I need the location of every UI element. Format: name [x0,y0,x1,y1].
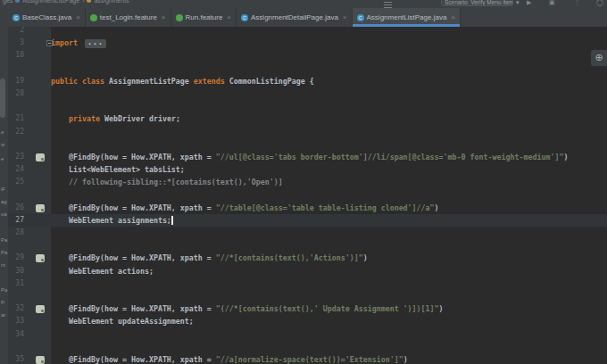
code-text: WebElement assignments; [43,214,607,227]
code-line[interactable] [0,100,607,112]
element-locator-icon[interactable] [36,356,45,364]
clipped-text-fragment: w [1,142,4,147]
gutter-icon-cell [27,277,43,290]
code-line[interactable] [0,62,607,75]
code-line[interactable]: 24 List<WebElement> tabsList; [0,163,607,176]
code-text [43,290,607,302]
scrollbar-thumb[interactable] [0,79,5,118]
code-text: WebElement actions; [43,265,607,277]
inspect-icon[interactable]: ⊕ [591,50,607,66]
code-line[interactable]: 2 [0,27,607,37]
code-text: WebElement updateAssignment; [43,315,607,327]
code-line[interactable]: 28 [0,227,607,239]
code-line[interactable]: 20 [0,87,607,100]
code-line[interactable]: 19public class AssignmentListPage extend… [0,75,607,87]
gutter-icon-cell [27,353,43,364]
code-line[interactable]: 35 @FindBy(how = How.XPATH, xpath = "//a… [0,353,607,364]
code-text [43,239,607,252]
code-line[interactable]: 32 @FindBy(how = How.XPATH, xpath = "(//… [0,302,607,315]
clipped-text-fragment: Pa [1,287,7,293]
project-panel-edge: eweiFagoaPaPantPaP.ar [0,8,8,364]
folded-imports[interactable]: ... [85,39,106,48]
gutter-icon-cell [27,27,43,37]
gutter-icon-cell [27,176,43,188]
ide-window: ges AssignmentListPage › assignments Sce… [0,0,607,364]
code-text [43,126,607,138]
gutter-icon-cell [27,214,43,227]
close-icon[interactable]: × [451,13,455,21]
gutter-icon-cell [27,328,43,341]
element-locator-icon[interactable] [36,254,45,262]
code-line[interactable] [0,138,607,151]
editor-tab[interactable]: Run.feature× [171,8,237,27]
gutter-icon-cell [27,315,43,327]
class-icon [15,0,20,3]
run-configuration-label: Scenario: Verify Menu items for AM [445,0,513,5]
tab-label: AssignmentListPage.java [367,13,447,21]
gutter-icon-cell [27,112,43,125]
code-line[interactable]: 29 @FindBy(how = How.XPATH, xpath = "//*… [0,252,607,264]
gutter-icon-cell [27,75,43,87]
editor-tab[interactable]: AssignmentListPage.java× [353,8,461,27]
element-locator-icon[interactable] [36,305,45,313]
menu-icon[interactable] [384,0,392,7]
java-class-icon [12,14,20,21]
close-icon[interactable]: × [162,13,166,21]
gutter-icon-cell [27,37,43,49]
code-text [43,341,607,353]
code-line[interactable]: 27 WebElement assignments; [0,214,607,227]
code-line[interactable] [0,188,607,201]
clipped-text-fragment: Pa [1,237,7,243]
breadcrumb-separator: › [82,0,84,4]
code-line[interactable]: 34 [0,328,607,341]
element-locator-icon[interactable] [36,153,45,161]
gutter-icon-cell [27,62,43,75]
run-configuration-select[interactable]: Scenario: Verify Menu items for AM [441,0,513,6]
code-line[interactable]: 31 [0,277,607,290]
close-icon[interactable]: × [76,13,80,21]
code-line[interactable]: 25 // following-sibling::*[contains(text… [0,176,607,188]
gutter-icon-cell [27,49,43,62]
clipped-text-fragment: P. [1,300,5,305]
editor-tab[interactable]: BaseClass.java× [8,8,86,27]
close-icon[interactable]: × [227,13,231,21]
editor-tab[interactable]: test_Login.feature× [86,8,171,27]
code-text: public class AssignmentListPage extends … [43,75,607,87]
gutter-icon-cell [27,290,43,302]
code-line[interactable]: 3import ... [0,37,607,49]
code-line[interactable] [0,341,607,353]
feature-icon [176,14,183,21]
element-locator-icon[interactable] [36,204,45,212]
clipped-text-fragment: ar [1,312,5,318]
fold-marker-icon[interactable] [46,40,53,46]
gutter-icon-cell [27,163,43,176]
code-text [43,62,607,75]
gutter-icon-cell [27,265,43,277]
more-icon[interactable]: ⋮ [574,0,580,6]
debug-icon[interactable]: ▣ [549,0,555,6]
code-line[interactable]: 21 private WebDriver driver; [0,112,607,125]
code-text: @FindBy(how = How.XPATH, xpath = "//ul[@… [43,151,607,163]
editor-tab[interactable]: AssignmentDetailPage.java× [237,8,353,27]
code-line[interactable]: 30 WebElement actions; [0,265,607,277]
tab-label: BaseClass.java [22,13,71,21]
code-line[interactable] [0,290,607,302]
code-line[interactable]: 33 WebElement updateAssignment; [0,315,607,327]
code-line[interactable]: 26 @FindBy(how = How.XPATH, xpath = "//t… [0,202,607,214]
chevron-down-icon[interactable]: ▾ [516,0,520,6]
code-line[interactable]: 22 [0,126,607,138]
breadcrumb-item[interactable]: AssignmentListPage [22,0,79,4]
code-line[interactable] [0,239,607,252]
code-line[interactable]: 23 @FindBy(how = How.XPATH, xpath = "//u… [0,151,607,163]
play-icon[interactable]: ▶ [527,0,531,6]
gutter-icon-cell [27,87,43,100]
code-editor[interactable]: 23import ...1819public class AssignmentL… [0,27,607,364]
record-icon[interactable]: ◯ [596,0,603,6]
clipped-text-fragment: oa [1,211,7,217]
breadcrumb-item[interactable]: assignments [94,0,129,4]
code-text: // following-sibling::*[contains(text(),… [43,176,607,188]
code-line[interactable]: 18 [0,49,607,62]
close-icon[interactable]: × [343,13,347,21]
gutter-icon-cell [27,126,43,138]
clipped-text-fragment: ag [1,199,7,204]
